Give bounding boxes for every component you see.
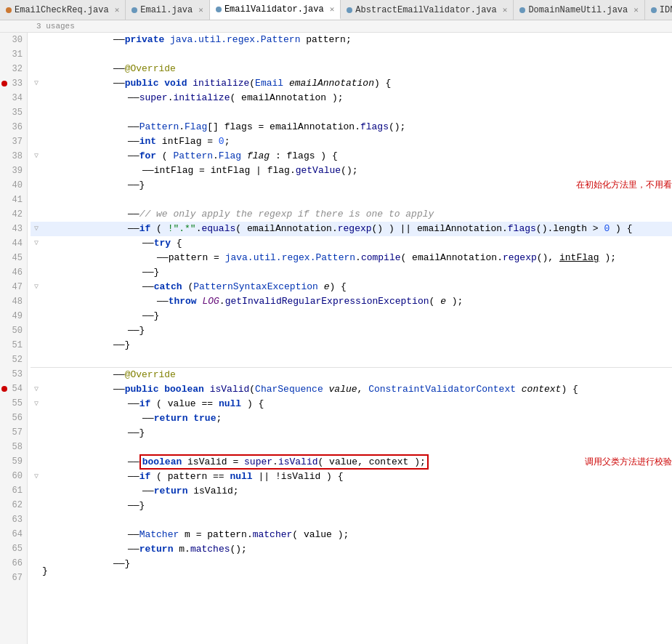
code-area: 3 usages 30 31 32 33 34 35 36 37 38 39 4… (0, 20, 672, 644)
tab-domainnameutil[interactable]: DomainNameUtil.java ✕ (514, 0, 644, 20)
fold-61[interactable] (31, 484, 42, 499)
code-line-30: ——private java.util.regex.Pattern patter… (31, 33, 672, 47)
annotation-line40: 在初始化方法里，不用看 (576, 178, 672, 193)
fold-66[interactable] (31, 557, 42, 571)
fold-33[interactable]: ▽ (31, 76, 42, 91)
fold-48[interactable] (31, 294, 42, 309)
tab-close-email[interactable]: ✕ (198, 5, 203, 15)
ln-31: 31 (0, 47, 27, 62)
fold-39[interactable] (31, 164, 42, 178)
fold-62[interactable] (31, 499, 42, 513)
code-line-40: ——} 在初始化方法里，不用看 (31, 178, 672, 193)
tab-idn[interactable]: IDN.java ✕ (645, 0, 672, 20)
ln-52: 52 (0, 353, 27, 367)
tab-close-abstractemailvalidator[interactable]: ✕ (503, 5, 508, 15)
fold-50[interactable] (31, 323, 42, 338)
fold-49[interactable] (31, 309, 42, 323)
ln-61: 61 (0, 483, 27, 498)
code-line-57: ——} (31, 426, 672, 440)
ln-66: 66 (0, 556, 27, 571)
tab-label-emailvalidator: EmailValidator.java (224, 4, 324, 15)
tab-emailcheckreq[interactable]: EmailCheckReq.java ✕ (0, 0, 126, 20)
ln-53: 53 (0, 367, 27, 382)
ln-47: 47 (0, 280, 27, 294)
fold-51[interactable] (31, 338, 42, 353)
tab-abstractemailvalidator[interactable]: AbstractEmailValidator.java ✕ (341, 0, 514, 20)
ln-51: 51 (0, 338, 27, 353)
ln-39: 39 (0, 164, 27, 178)
ln-40: 40 (0, 178, 27, 193)
ln-35: 35 (0, 105, 27, 120)
fold-60[interactable]: ▽ (31, 470, 42, 484)
ln-63: 63 (0, 512, 27, 527)
tab-label-emailcheckreq: EmailCheckReq.java (15, 5, 109, 15)
fold-34[interactable] (31, 91, 42, 105)
fold-46[interactable] (31, 265, 42, 280)
fold-52[interactable] (31, 353, 42, 367)
fold-44[interactable]: ▽ (31, 236, 42, 251)
ln-33: 33 (0, 76, 27, 91)
ln-50: 50 (0, 323, 27, 338)
fold-37[interactable] (31, 134, 42, 149)
fold-40[interactable] (31, 178, 42, 193)
fold-63[interactable] (31, 513, 42, 528)
ln-43: 43 (0, 222, 27, 236)
fold-57[interactable] (31, 426, 42, 440)
fold-35[interactable] (31, 105, 42, 120)
code-line-62: ——} (31, 499, 672, 513)
fold-41[interactable] (31, 193, 42, 207)
tab-icon-emailvalidator (216, 7, 222, 12)
tab-emailvalidator[interactable]: EmailValidator.java ✕ (210, 0, 341, 20)
fold-54[interactable]: ▽ (31, 382, 42, 397)
tab-email[interactable]: Email.java ✕ (126, 0, 210, 20)
ln-58: 58 (0, 440, 27, 454)
fold-38[interactable]: ▽ (31, 149, 42, 164)
code-line-67: } (31, 571, 672, 586)
tab-icon-emailcheckreq (6, 7, 12, 13)
tab-icon-domainnameutil (519, 7, 525, 13)
usages-count: 3 usages (36, 22, 75, 31)
ln-57: 57 (0, 425, 27, 440)
fold-67[interactable] (31, 571, 42, 586)
ln-67: 67 (0, 571, 27, 585)
ln-62: 62 (0, 498, 27, 512)
ln-54: 54 (0, 382, 27, 396)
fold-58[interactable] (31, 440, 42, 455)
ln-49: 49 (0, 309, 27, 323)
tab-label-email: Email.java (140, 5, 193, 15)
fold-65[interactable] (31, 542, 42, 557)
fold-53[interactable] (31, 368, 42, 382)
fold-30[interactable] (31, 33, 42, 47)
fold-31[interactable] (31, 47, 42, 62)
ln-44: 44 (0, 236, 27, 251)
fold-64[interactable] (31, 528, 42, 542)
ln-60: 60 (0, 469, 27, 483)
ln-36: 36 (0, 120, 27, 134)
fold-59[interactable] (31, 455, 42, 470)
fold-43[interactable]: ▽ (31, 222, 42, 236)
fold-47[interactable]: ▽ (31, 280, 42, 294)
code-line-34: ——super.initialize( emailAnnotation ); (31, 91, 672, 105)
ln-30: 30 (0, 33, 27, 47)
code-lines: ——private java.util.regex.Pattern patter… (28, 33, 672, 644)
ln-34: 34 (0, 91, 27, 105)
fold-42[interactable] (31, 207, 42, 222)
fold-56[interactable] (31, 411, 42, 426)
tab-label-abstractemailvalidator: AbstractEmailValidator.java (355, 5, 496, 15)
tab-close-domainnameutil[interactable]: ✕ (633, 5, 639, 15)
code-line-51: ——} (31, 338, 672, 353)
tab-close-emailcheckreq[interactable]: ✕ (115, 5, 120, 15)
fold-45[interactable] (31, 251, 42, 265)
fold-36[interactable] (31, 120, 42, 134)
fold-55[interactable]: ▽ (31, 397, 42, 411)
tab-icon-email (131, 7, 137, 13)
tab-label-idn: IDN.java (660, 5, 672, 15)
line-numbers: 30 31 32 33 34 35 36 37 38 39 40 41 42 4… (0, 33, 28, 644)
ln-48: 48 (0, 294, 27, 309)
ln-41: 41 (0, 193, 27, 207)
ln-38: 38 (0, 149, 27, 164)
tab-close-emailvalidator[interactable]: ✕ (330, 4, 335, 14)
ln-65: 65 (0, 542, 27, 556)
fold-32[interactable] (31, 62, 42, 76)
code-text-67: } (42, 564, 672, 593)
